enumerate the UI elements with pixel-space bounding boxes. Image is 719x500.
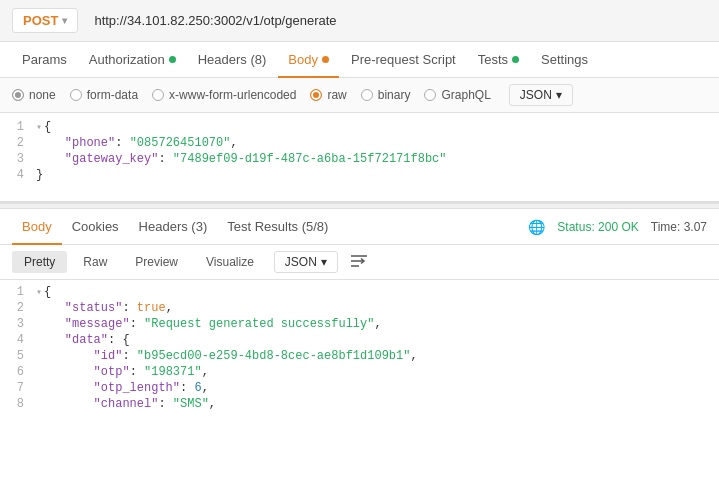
resp-line-8: 8 "channel": "SMS", [0,396,719,412]
request-tabs: Params Authorization Headers (8) Body Pr… [0,42,719,78]
resp-tab-test-results[interactable]: Test Results (5/8) [217,209,338,244]
radio-raw [310,89,322,101]
tab-body-label: Body [288,52,318,67]
tab-authorization[interactable]: Authorization [79,42,186,77]
radio-form-data [70,89,82,101]
json-format-label: JSON [520,88,552,102]
body-type-raw[interactable]: raw [310,88,346,102]
body-type-graphql-label: GraphQL [441,88,490,102]
req-line-1: 1 ▾{ [0,119,719,135]
resp-json-chevron: ▾ [321,255,327,269]
resp-line-5: 5 "id": "b95ecd00-e259-4bd8-8cec-ae8bf1d… [0,348,719,364]
tab-tests-label: Tests [478,52,508,67]
resp-tab-cookies-label: Cookies [72,219,119,234]
resp-line-2: 2 "status": true, [0,300,719,316]
radio-urlencoded [152,89,164,101]
body-dot [322,56,329,63]
response-status: Status: 200 OK [557,220,638,234]
body-type-urlencoded-label: x-www-form-urlencoded [169,88,296,102]
format-pretty[interactable]: Pretty [12,251,67,273]
authorization-dot [169,56,176,63]
tab-headers[interactable]: Headers (8) [188,42,277,77]
resp-tab-headers-label: Headers (3) [139,219,208,234]
resp-line-3: 3 "message": "Request generated successf… [0,316,719,332]
format-preview[interactable]: Preview [123,251,190,273]
tab-pre-request-label: Pre-request Script [351,52,456,67]
json-format-select[interactable]: JSON ▾ [509,84,573,106]
json-format-chevron: ▾ [556,88,562,102]
resp-tab-body[interactable]: Body [12,209,62,244]
body-type-urlencoded[interactable]: x-www-form-urlencoded [152,88,296,102]
tab-settings[interactable]: Settings [531,42,598,77]
body-type-binary-label: binary [378,88,411,102]
response-meta: 🌐 Status: 200 OK Time: 3.07 [528,219,707,235]
body-type-none[interactable]: none [12,88,56,102]
tab-params-label: Params [22,52,67,67]
method-chevron: ▾ [62,15,67,26]
req-line-3: 3 "gateway_key": "7489ef09-d19f-487c-a6b… [0,151,719,167]
req-line-4: 4 } [0,167,719,183]
resp-tab-cookies[interactable]: Cookies [62,209,129,244]
tests-dot [512,56,519,63]
response-body: 1 ▾{ 2 "status": true, 3 "message": "Req… [0,280,719,416]
method-select[interactable]: POST ▾ [12,8,78,33]
body-type-form-data-label: form-data [87,88,138,102]
request-body-editor[interactable]: 1 ▾{ 2 "phone": "085726451070", 3 "gatew… [0,113,719,203]
url-input[interactable] [86,9,707,32]
body-type-none-label: none [29,88,56,102]
req-line-2: 2 "phone": "085726451070", [0,135,719,151]
body-type-form-data[interactable]: form-data [70,88,138,102]
resp-tab-headers[interactable]: Headers (3) [129,209,218,244]
body-type-bar: none form-data x-www-form-urlencoded raw… [0,78,719,113]
radio-graphql [424,89,436,101]
body-type-graphql[interactable]: GraphQL [424,88,490,102]
resp-json-format-label: JSON [285,255,317,269]
tab-pre-request-script[interactable]: Pre-request Script [341,42,466,77]
tab-tests[interactable]: Tests [468,42,529,77]
response-header: Body Cookies Headers (3) Test Results (5… [0,209,719,245]
resp-tab-body-label: Body [22,219,52,234]
wrap-icon[interactable] [350,254,368,271]
resp-line-1: 1 ▾{ [0,284,719,300]
globe-icon: 🌐 [528,219,545,235]
radio-binary [361,89,373,101]
response-time: Time: 3.07 [651,220,707,234]
resp-tab-test-results-label: Test Results (5/8) [227,219,328,234]
format-raw[interactable]: Raw [71,251,119,273]
resp-line-6: 6 "otp": "198371", [0,364,719,380]
tab-params[interactable]: Params [12,42,77,77]
body-type-raw-label: raw [327,88,346,102]
resp-line-7: 7 "otp_length": 6, [0,380,719,396]
resp-line-4: 4 "data": { [0,332,719,348]
url-bar: POST ▾ [0,0,719,42]
tab-authorization-label: Authorization [89,52,165,67]
tab-settings-label: Settings [541,52,588,67]
body-type-binary[interactable]: binary [361,88,411,102]
resp-json-format-select[interactable]: JSON ▾ [274,251,338,273]
tab-body[interactable]: Body [278,42,339,77]
tab-headers-label: Headers (8) [198,52,267,67]
radio-none [12,89,24,101]
response-format-bar: Pretty Raw Preview Visualize JSON ▾ [0,245,719,280]
method-label: POST [23,13,58,28]
format-visualize[interactable]: Visualize [194,251,266,273]
